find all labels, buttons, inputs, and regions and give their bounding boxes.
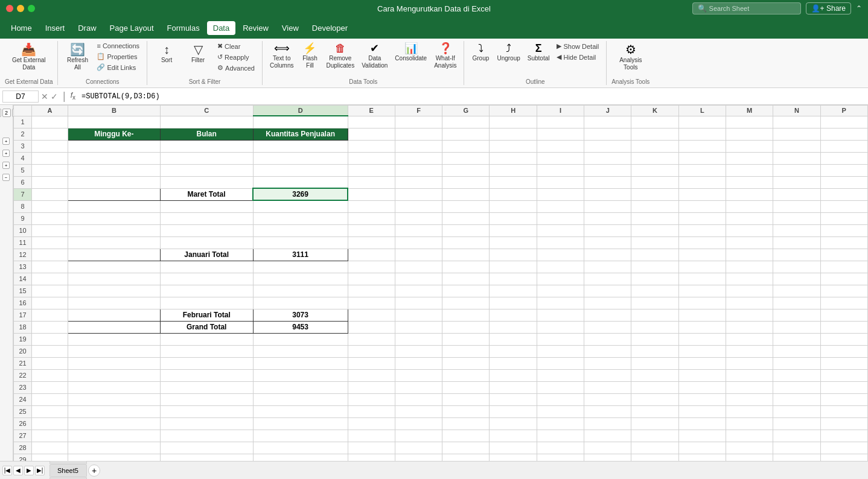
- cell-E17[interactable]: [348, 309, 395, 321]
- cell-D2[interactable]: Kuantitas Penjualan: [253, 128, 348, 140]
- add-sheet-button[interactable]: +: [88, 465, 100, 477]
- cell-L9[interactable]: [678, 212, 726, 224]
- refresh-button[interactable]: 🔄 RefreshAll: [63, 41, 92, 74]
- cell-A8[interactable]: [32, 200, 68, 212]
- cell-D23[interactable]: [253, 381, 348, 393]
- cell-J24[interactable]: [584, 393, 631, 405]
- cell-J20[interactable]: [584, 345, 631, 357]
- cell-K17[interactable]: [631, 309, 678, 321]
- grid-container[interactable]: A B C D E F G H I J K L M N P 1: [13, 105, 868, 461]
- cell-H19[interactable]: [490, 333, 537, 345]
- cell-D8[interactable]: [253, 200, 348, 212]
- cell-K29[interactable]: [631, 454, 678, 461]
- cell-N14[interactable]: [773, 273, 820, 285]
- connections-button[interactable]: ≡ Connections: [94, 41, 142, 51]
- cell-E23[interactable]: [348, 381, 395, 393]
- formula-input[interactable]: [80, 91, 866, 102]
- cell-I2[interactable]: [537, 128, 584, 140]
- menu-view[interactable]: View: [276, 21, 305, 35]
- cell-G27[interactable]: [442, 430, 490, 442]
- cell-H6[interactable]: [490, 176, 537, 188]
- cell-N15[interactable]: [773, 285, 820, 297]
- cell-L1[interactable]: [678, 116, 726, 128]
- cell-N29[interactable]: [773, 454, 820, 461]
- cell-N28[interactable]: [773, 442, 820, 454]
- cell-G10[interactable]: [442, 224, 490, 236]
- cell-J19[interactable]: [584, 333, 631, 345]
- cell-P28[interactable]: [820, 442, 867, 454]
- col-header-p[interactable]: P: [820, 106, 867, 116]
- cell-L16[interactable]: [678, 297, 726, 309]
- cell-E19[interactable]: [348, 333, 395, 345]
- cell-P29[interactable]: [820, 454, 867, 461]
- cell-I11[interactable]: [537, 236, 584, 249]
- cell-L19[interactable]: [678, 333, 726, 345]
- collapse-icon[interactable]: ⌃: [856, 4, 862, 13]
- cell-I4[interactable]: [537, 152, 584, 164]
- cell-J27[interactable]: [584, 430, 631, 442]
- cell-L26[interactable]: [678, 417, 726, 430]
- cell-I9[interactable]: [537, 212, 584, 224]
- cell-I14[interactable]: [537, 273, 584, 285]
- cell-N1[interactable]: [773, 116, 820, 128]
- cell-F12[interactable]: [395, 249, 442, 261]
- cell-A27[interactable]: [32, 430, 68, 442]
- cell-D19[interactable]: [253, 333, 348, 345]
- col-header-m[interactable]: M: [726, 106, 773, 116]
- cell-F11[interactable]: [395, 236, 442, 249]
- cell-P24[interactable]: [820, 393, 867, 405]
- cell-E20[interactable]: [348, 345, 395, 357]
- cell-C3[interactable]: [160, 140, 253, 152]
- row-header-6[interactable]: 6: [14, 176, 32, 188]
- cell-P5[interactable]: [820, 164, 867, 176]
- cell-P23[interactable]: [820, 381, 867, 393]
- cell-M16[interactable]: [726, 297, 773, 309]
- row-header-27[interactable]: 27: [14, 430, 32, 442]
- cell-L14[interactable]: [678, 273, 726, 285]
- row-header-16[interactable]: 16: [14, 297, 32, 309]
- cell-I18[interactable]: [537, 321, 584, 333]
- cell-A18[interactable]: [32, 321, 68, 333]
- cell-F8[interactable]: [395, 200, 442, 212]
- group-button[interactable]: ⤵ Group: [469, 41, 492, 64]
- cell-I8[interactable]: [537, 200, 584, 212]
- cell-D16[interactable]: [253, 297, 348, 309]
- cell-H12[interactable]: [490, 249, 537, 261]
- cell-C15[interactable]: [160, 285, 253, 297]
- cell-H29[interactable]: [490, 454, 537, 461]
- cell-J7[interactable]: [584, 188, 631, 200]
- cell-H10[interactable]: [490, 224, 537, 236]
- row-header-26[interactable]: 26: [14, 417, 32, 430]
- cell-J18[interactable]: [584, 321, 631, 333]
- cell-K23[interactable]: [631, 381, 678, 393]
- cell-I27[interactable]: [537, 430, 584, 442]
- cell-D15[interactable]: [253, 285, 348, 297]
- cell-K13[interactable]: [631, 261, 678, 273]
- cell-K21[interactable]: [631, 357, 678, 369]
- cell-D4[interactable]: [253, 152, 348, 164]
- cell-A16[interactable]: [32, 297, 68, 309]
- cell-C10[interactable]: [160, 224, 253, 236]
- cell-F13[interactable]: [395, 261, 442, 273]
- cell-K11[interactable]: [631, 236, 678, 249]
- cell-M10[interactable]: [726, 224, 773, 236]
- cell-C18[interactable]: Grand Total: [160, 321, 253, 333]
- cell-I23[interactable]: [537, 381, 584, 393]
- cell-D18[interactable]: 9453: [253, 321, 348, 333]
- cell-I1[interactable]: [537, 116, 584, 128]
- cell-A26[interactable]: [32, 417, 68, 430]
- cell-J4[interactable]: [584, 152, 631, 164]
- cell-K10[interactable]: [631, 224, 678, 236]
- cell-N16[interactable]: [773, 297, 820, 309]
- cell-G29[interactable]: [442, 454, 490, 461]
- cell-I28[interactable]: [537, 442, 584, 454]
- cell-A6[interactable]: [32, 176, 68, 188]
- cell-L18[interactable]: [678, 321, 726, 333]
- cell-I16[interactable]: [537, 297, 584, 309]
- cell-L10[interactable]: [678, 224, 726, 236]
- cell-I5[interactable]: [537, 164, 584, 176]
- cell-N27[interactable]: [773, 430, 820, 442]
- cell-A2[interactable]: [32, 128, 68, 140]
- cell-L11[interactable]: [678, 236, 726, 249]
- analysis-tools-button[interactable]: ⚙ AnalysisTools: [616, 41, 645, 74]
